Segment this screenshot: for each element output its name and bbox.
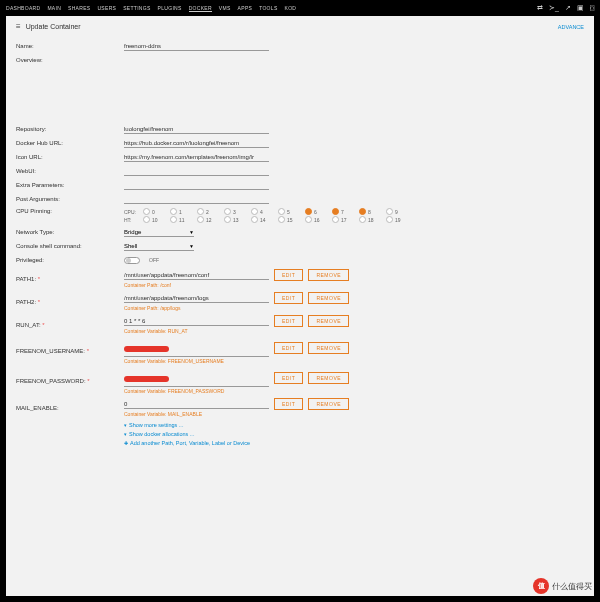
path2-input[interactable]: [124, 294, 269, 303]
label-mail: MAIL_ENABLE:: [16, 405, 124, 411]
cpu-8[interactable]: [359, 208, 366, 215]
cpu-2[interactable]: [197, 208, 204, 215]
watermark: 值 什么值得买: [533, 578, 592, 594]
icon-1[interactable]: ⇄: [537, 4, 543, 12]
cpu-17[interactable]: [332, 216, 339, 223]
run-at-remove[interactable]: REMOVE: [308, 315, 349, 327]
mail-remove[interactable]: REMOVE: [308, 398, 349, 410]
label-cpu: CPU Pinning:: [16, 208, 124, 214]
cpu-9[interactable]: [386, 208, 393, 215]
nav-users[interactable]: USERS: [97, 5, 116, 12]
nav-main[interactable]: MAIN: [47, 5, 61, 12]
run-at-edit[interactable]: EDIT: [274, 315, 303, 327]
top-nav: DASHBOARDMAINSHARESUSERSSETTINGSPLUGINSD…: [0, 0, 600, 16]
show-alloc-link[interactable]: ▾Show docker allocations ...: [124, 430, 584, 438]
path1-remove[interactable]: REMOVE: [308, 269, 349, 281]
username-edit[interactable]: EDIT: [274, 342, 303, 354]
add-config-link[interactable]: ✚Add another Path, Port, Variable, Label…: [124, 439, 584, 447]
label-icon-url: Icon URL:: [16, 154, 124, 160]
nav-tools[interactable]: TOOLS: [259, 5, 277, 12]
network-select[interactable]: Bridge▼: [124, 228, 194, 237]
nav-shares[interactable]: SHARES: [68, 5, 90, 12]
nav-apps[interactable]: APPS: [238, 5, 253, 12]
mail-hint: Container Variable: MAIL_ENABLE: [124, 411, 584, 417]
nav-docker[interactable]: DOCKER: [189, 5, 212, 12]
label-overview: Overview:: [16, 57, 124, 63]
username-remove[interactable]: REMOVE: [308, 342, 349, 354]
nav-kod[interactable]: KOD: [285, 5, 297, 12]
logout-icon[interactable]: ↗: [565, 4, 571, 12]
cpu-18[interactable]: [359, 216, 366, 223]
path1-input[interactable]: [124, 271, 269, 280]
cpu-19[interactable]: [386, 216, 393, 223]
page-title: Update Container: [26, 23, 81, 30]
cpu-15[interactable]: [278, 216, 285, 223]
label-path1: PATH1: *: [16, 276, 124, 282]
password-remove[interactable]: REMOVE: [308, 372, 349, 384]
cpu-6[interactable]: [305, 208, 312, 215]
cpu-11[interactable]: [170, 216, 177, 223]
cpu-3[interactable]: [224, 208, 231, 215]
cpu-row-1: CPU:0123456789: [124, 208, 584, 215]
cpu-16[interactable]: [305, 216, 312, 223]
cpu-1[interactable]: [170, 208, 177, 215]
privileged-toggle[interactable]: [124, 257, 140, 264]
cpu-14[interactable]: [251, 216, 258, 223]
nav-icons: ⇄ ≻_ ↗ ▣ ⌼: [537, 4, 594, 12]
cpu-0[interactable]: [143, 208, 150, 215]
username-hint: Container Variable: FREENOM_USERNAME: [124, 358, 584, 364]
cpu-13[interactable]: [224, 216, 231, 223]
mail-edit[interactable]: EDIT: [274, 398, 303, 410]
path2-remove[interactable]: REMOVE: [308, 292, 349, 304]
label-hub-url: Docker Hub URL:: [16, 140, 124, 146]
repository-input[interactable]: [124, 125, 269, 134]
nav-dashboard[interactable]: DASHBOARD: [6, 5, 40, 12]
label-name: Name:: [16, 43, 124, 49]
label-repository: Repository:: [16, 126, 124, 132]
path2-edit[interactable]: EDIT: [274, 292, 303, 304]
advanced-toggle[interactable]: ADVANCE: [558, 24, 584, 30]
monitor-icon[interactable]: ⌼: [590, 4, 594, 12]
terminal-icon[interactable]: ≻_: [549, 4, 559, 12]
label-extra: Extra Parameters:: [16, 182, 124, 188]
label-run-at: RUN_AT: *: [16, 322, 124, 328]
webui-input[interactable]: [124, 167, 269, 176]
watermark-icon: 值: [533, 578, 549, 594]
path2-hint: Container Path: /app/logs: [124, 305, 584, 311]
label-network: Network Type:: [16, 229, 124, 235]
run-at-input[interactable]: [124, 317, 269, 326]
label-webui: WebUI:: [16, 168, 124, 174]
label-path2: PATH2: *: [16, 299, 124, 305]
hamburger-icon[interactable]: ≡: [16, 22, 21, 31]
cpu-12[interactable]: [197, 216, 204, 223]
extra-input[interactable]: [124, 181, 269, 190]
nav-menu: DASHBOARDMAINSHARESUSERSSETTINGSPLUGINSD…: [6, 5, 296, 12]
password-redacted: [124, 376, 169, 382]
label-post-args: Post Arguments:: [16, 196, 124, 202]
cpu-5[interactable]: [278, 208, 285, 215]
cpu-10[interactable]: [143, 216, 150, 223]
run-at-hint: Container Variable: RUN_AT: [124, 328, 584, 334]
username-redacted: [124, 346, 169, 352]
console-select[interactable]: Shell▼: [124, 242, 194, 251]
hub-url-input[interactable]: [124, 139, 269, 148]
window-icon[interactable]: ▣: [577, 4, 584, 12]
show-more-link[interactable]: ▾Show more settings ...: [124, 421, 584, 429]
nav-settings[interactable]: SETTINGS: [123, 5, 150, 12]
post-args-input[interactable]: [124, 195, 269, 204]
page-body: ≡ Update Container ADVANCE Name: Overvie…: [6, 16, 594, 596]
label-privileged: Privileged:: [16, 257, 124, 263]
name-input[interactable]: [124, 42, 269, 51]
label-username: FREENOM_USERNAME: *: [16, 348, 124, 354]
label-password: FREENOM_PASSWORD: *: [16, 378, 124, 384]
mail-input[interactable]: [124, 400, 269, 409]
watermark-text: 什么值得买: [552, 581, 592, 592]
icon-url-input[interactable]: [124, 153, 269, 162]
nav-vms[interactable]: VMS: [219, 5, 231, 12]
cpu-row-2: HT:10111213141516171819: [124, 216, 584, 223]
cpu-4[interactable]: [251, 208, 258, 215]
password-edit[interactable]: EDIT: [274, 372, 303, 384]
cpu-7[interactable]: [332, 208, 339, 215]
nav-plugins[interactable]: PLUGINS: [158, 5, 182, 12]
path1-edit[interactable]: EDIT: [274, 269, 303, 281]
